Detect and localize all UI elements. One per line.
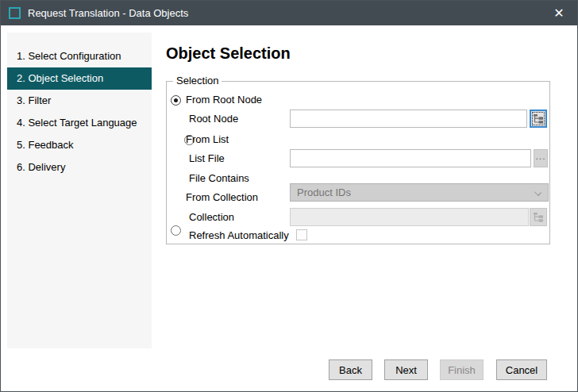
refresh-automatically-label: Refresh Automatically: [189, 229, 289, 242]
list-file-input[interactable]: [290, 149, 531, 167]
list-file-label: List File: [189, 152, 225, 165]
sidebar-item-select-configuration[interactable]: 1. Select Configuration: [7, 45, 152, 67]
file-contains-select: Product IDs: [290, 183, 549, 202]
list-file-browse-button[interactable]: ...: [534, 149, 548, 167]
dialog-window: Request Translation - Data Objects ✕ 1. …: [0, 0, 578, 392]
file-contains-label: File Contains: [189, 172, 249, 185]
root-node-label: Root Node: [189, 113, 238, 125]
wizard-steps-sidebar: 1. Select Configuration 2. Object Select…: [7, 33, 152, 348]
next-button[interactable]: Next: [384, 359, 428, 380]
from-collection-radio[interactable]: [171, 225, 181, 236]
from-root-node-label: From Root Node: [186, 94, 262, 106]
app-icon: [9, 7, 21, 19]
file-contains-value: Product IDs: [297, 186, 351, 198]
titlebar: Request Translation - Data Objects ✕: [1, 1, 577, 25]
cancel-button[interactable]: Cancel: [496, 359, 547, 380]
collection-input: [290, 208, 529, 226]
sidebar-item-delivery[interactable]: 6. Delivery: [7, 156, 152, 179]
from-root-node-radio[interactable]: [171, 95, 181, 106]
sidebar-item-feedback[interactable]: 5. Feedback: [7, 134, 152, 156]
from-collection-label: From Collection: [186, 191, 258, 204]
collection-browse-button: [530, 208, 547, 226]
root-node-browse-button[interactable]: [530, 110, 547, 128]
page-title: Object Selection: [166, 44, 291, 63]
root-node-input[interactable]: [290, 110, 527, 128]
back-button[interactable]: Back: [329, 359, 372, 380]
sidebar-item-select-target-language[interactable]: 4. Select Target Language: [7, 112, 152, 134]
collection-label: Collection: [189, 211, 234, 224]
from-list-label: From List: [186, 133, 229, 146]
focus-rectangle: [532, 112, 545, 125]
window-title: Request Translation - Data Objects: [28, 7, 188, 19]
refresh-automatically-checkbox: [296, 229, 307, 240]
sidebar-item-filter[interactable]: 3. Filter: [7, 90, 152, 112]
tree-icon: [534, 213, 544, 222]
groupbox-label: Selection: [173, 75, 222, 86]
tree-icon-wrap: [532, 210, 545, 224]
tree-icon: [534, 114, 544, 124]
close-icon[interactable]: ✕: [541, 1, 577, 25]
sidebar-item-object-selection[interactable]: 2. Object Selection: [7, 67, 152, 90]
finish-button: Finish: [440, 359, 484, 380]
chevron-down-icon: [534, 189, 541, 196]
